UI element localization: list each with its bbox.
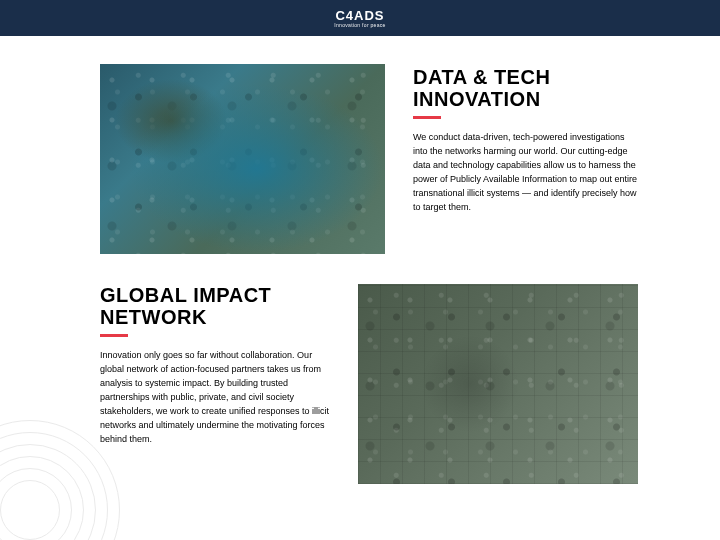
section-2-heading: GLOBAL IMPACT NETWORK	[100, 284, 330, 328]
satellite-image-1	[100, 64, 385, 254]
section-2-body: Innovation only goes so far without coll…	[100, 349, 330, 447]
top-nav-bar: C4ADS Innovation for peace	[0, 0, 720, 36]
section-1-body: We conduct data-driven, tech-powered inv…	[413, 131, 638, 215]
brand-logo[interactable]: C4ADS Innovation for peace	[334, 9, 385, 28]
logo-tagline: Innovation for peace	[334, 23, 385, 28]
main-content: DATA & TECH INNOVATION We conduct data-d…	[0, 36, 720, 484]
logo-text: C4ADS	[334, 9, 385, 22]
section-global-impact: GLOBAL IMPACT NETWORK Innovation only go…	[100, 284, 660, 484]
section-1-text: DATA & TECH INNOVATION We conduct data-d…	[413, 64, 638, 215]
heading-underline-accent	[100, 334, 128, 337]
section-1-heading: DATA & TECH INNOVATION	[413, 66, 638, 110]
satellite-image-2	[358, 284, 638, 484]
section-data-tech: DATA & TECH INNOVATION We conduct data-d…	[100, 64, 660, 254]
section-2-text: GLOBAL IMPACT NETWORK Innovation only go…	[100, 284, 330, 447]
heading-underline-accent	[413, 116, 441, 119]
